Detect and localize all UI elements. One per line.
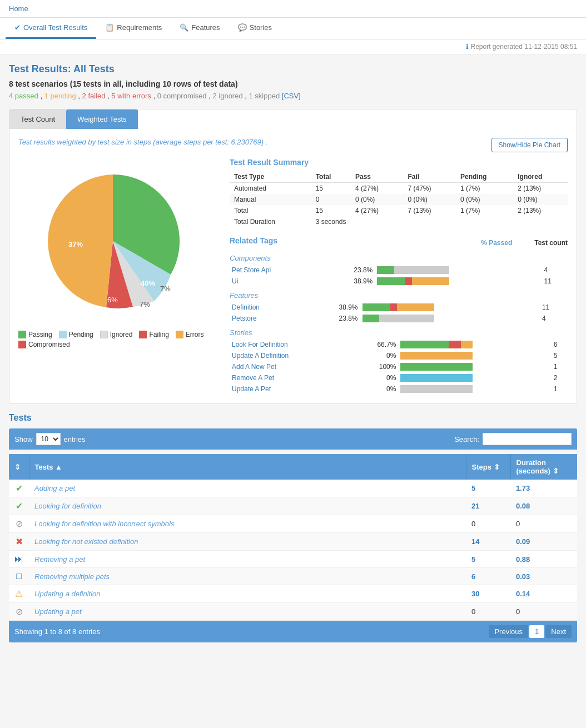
tests-title: Tests [9, 413, 577, 423]
duration-cell: 0.88 [510, 551, 577, 568]
tag-name: Remove A Pet [230, 372, 352, 383]
tag-bar-cell [398, 361, 551, 372]
svg-text:37%: 37% [68, 240, 83, 248]
tab-features[interactable]: 🔍 Features [171, 18, 229, 39]
pagination-row: Showing 1 to 8 of 8 entries Previous 1 N… [9, 621, 577, 642]
tag-row: Remove A Pet0%2 [230, 372, 568, 383]
summary-cell: 4 (27%) [351, 183, 404, 195]
summary-table: Test Type Total Pass Fail Pending Ignore… [230, 171, 568, 227]
report-generated-text: Report generated 11-12-2015 08:51 [471, 43, 577, 51]
previous-button[interactable]: Previous [489, 625, 528, 638]
pie-legend: Passing Pending Ignored Failing [18, 331, 218, 348]
test-count-header: Test count [534, 239, 568, 247]
steps-cell: 0 [466, 515, 510, 533]
next-button[interactable]: Next [545, 625, 572, 638]
status-icon-cell: ✔ [9, 497, 29, 515]
tag-pct: 23.8% [305, 313, 360, 324]
tab-requirements[interactable]: 📋 Requirements [96, 18, 171, 39]
svg-text:40%: 40% [141, 279, 155, 287]
chart-summary-row: 40% 7% 7% 6% 37% Passing Pending [18, 158, 568, 395]
toggle-tabs: Test Count Weighted Tests [9, 109, 577, 129]
legend-passing: Passing [18, 331, 52, 338]
tag-name: Definition [230, 302, 305, 313]
page-1-button[interactable]: 1 [529, 625, 544, 638]
table-row: ⊘Updating a pet00 [9, 603, 577, 621]
csv-link[interactable]: [CSV] [282, 92, 301, 100]
table-row: ⚠Updating a definition300.14 [9, 585, 577, 603]
summary-cell: 1 (7%) [456, 183, 513, 195]
test-name-cell: Adding a pet [29, 480, 466, 497]
steps-cell: 6 [466, 568, 510, 585]
search-label: Search: [454, 435, 479, 443]
tag-name: Petstore [230, 313, 305, 324]
tag-pct: 38.9% [305, 302, 360, 313]
table-row: ⊘Looking for definition with incorrect s… [9, 515, 577, 533]
tag-count: 4 [542, 265, 568, 276]
report-info: ℹ Report generated 11-12-2015 08:51 [0, 39, 586, 54]
summary-header-total: Total [311, 171, 351, 183]
table-row: □Removing multiple pets60.03 [9, 568, 577, 585]
weighted-tests-tab[interactable]: Weighted Tests [66, 109, 137, 129]
entries-select[interactable]: 10 25 50 [36, 433, 61, 445]
summary-cell: 0 (0%) [456, 194, 513, 205]
summary-header-type: Test Type [230, 171, 311, 183]
stories-icon: 💬 [238, 23, 247, 32]
pct-passed-header: % Passed [481, 239, 512, 247]
duration-cell: 0 [510, 515, 577, 533]
tag-bar-cell [398, 339, 551, 350]
tag-row: Add A New Pet100%1 [230, 361, 568, 372]
tag-count: 1 [552, 383, 568, 395]
tag-row: Ui38.9%11 [230, 276, 568, 287]
search-container: Search: [454, 433, 572, 445]
failing-label: Failing [149, 331, 168, 338]
home-link[interactable]: Home [9, 4, 28, 13]
table-row: ⏭Removing a pet50.88 [9, 551, 577, 568]
duration-col-header[interactable]: Duration (seconds) ⇕ [510, 454, 577, 480]
test-name-cell: Updating a definition [29, 585, 466, 603]
entries-label: entries [64, 435, 86, 443]
summary-cell: 7 (13%) [404, 205, 456, 216]
tab-overall[interactable]: ✔ Overall Test Results [6, 18, 96, 39]
tab-requirements-label: Requirements [117, 23, 162, 32]
duration-cell: 0.08 [510, 497, 577, 515]
steps-col-header[interactable]: Steps ⇕ [466, 454, 510, 480]
summary-header-pass: Pass [351, 171, 404, 183]
tag-pct: 23.8% [324, 265, 375, 276]
tests-col-header[interactable]: Tests ▲ [29, 454, 466, 480]
tag-pct: 100% [352, 361, 399, 372]
pagination-buttons: Previous 1 Next [489, 625, 572, 638]
tag-count: 11 [540, 302, 568, 313]
svg-text:7%: 7% [160, 285, 171, 293]
pie-container: 40% 7% 7% 6% 37% Passing Pending [18, 158, 218, 395]
status-icon-cell: □ [9, 568, 29, 585]
ignored-stat: 2 ignored [212, 92, 242, 100]
features-table: Definition38.9%11Petstore23.8%4 [230, 302, 568, 324]
tab-stories[interactable]: 💬 Stories [229, 18, 281, 39]
tag-bar-cell [375, 265, 542, 276]
test-count-tab[interactable]: Test Count [9, 109, 66, 129]
duration-cell: 0.09 [510, 533, 577, 551]
legend-failing: Failing [139, 331, 168, 338]
status-icon-cell: ✖ [9, 533, 29, 551]
table-row: ✖Looking for not existed definition140.0… [9, 533, 577, 551]
tag-bar-cell [360, 313, 540, 324]
steps-cell: 5 [466, 480, 510, 497]
tab-bar: ✔ Overall Test Results 📋 Requirements 🔍 … [0, 18, 586, 39]
status-col-header[interactable]: ⇕ [9, 454, 29, 480]
summary-header-ignored: Ignored [513, 171, 568, 183]
search-input[interactable] [483, 433, 572, 445]
tests-section: Tests Show 10 25 50 entries Search: [9, 413, 577, 642]
steps-cell: 14 [466, 533, 510, 551]
summary-cell: 2 (13%) [513, 183, 568, 195]
page-title: Test Results: All Tests [9, 63, 577, 75]
errors-label: Errors [186, 331, 204, 338]
tag-pct: 0% [352, 350, 399, 361]
stories-table: Look For Definition66.7%6Update A Defini… [230, 339, 568, 395]
test-name-cell: Removing a pet [29, 551, 466, 568]
features-icon: 🔍 [180, 23, 188, 32]
show-hide-pie-button[interactable]: Show/Hide Pie Chart [491, 138, 568, 152]
tag-count: 11 [542, 276, 568, 287]
legend-errors: Errors [176, 331, 204, 338]
tag-row: Update A Pet0%1 [230, 383, 568, 395]
summary-header-pending: Pending [456, 171, 513, 183]
